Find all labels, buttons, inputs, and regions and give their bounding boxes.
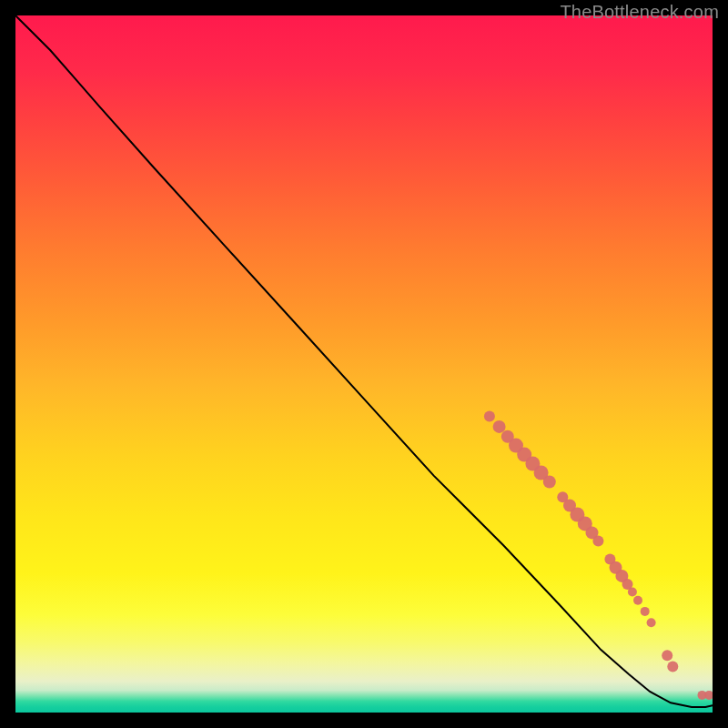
- marker-dot: [704, 691, 713, 700]
- marker-dot: [633, 596, 642, 605]
- marker-dot: [641, 607, 650, 616]
- highlighted-points: [484, 410, 713, 700]
- bottleneck-curve: [15, 15, 713, 707]
- attribution-text: TheBottleneck.com: [560, 2, 719, 23]
- marker-dot: [667, 661, 678, 672]
- marker-dot: [647, 618, 656, 627]
- marker-dot: [543, 476, 556, 489]
- marker-dot: [592, 536, 603, 547]
- marker-dot: [484, 410, 495, 421]
- marker-dot: [628, 588, 637, 597]
- chart-frame: TheBottleneck.com: [0, 0, 728, 728]
- chart-overlay: [15, 15, 713, 713]
- bottleneck-curve-path: [15, 15, 713, 707]
- marker-dot: [662, 650, 672, 661]
- marker-dot: [493, 420, 506, 433]
